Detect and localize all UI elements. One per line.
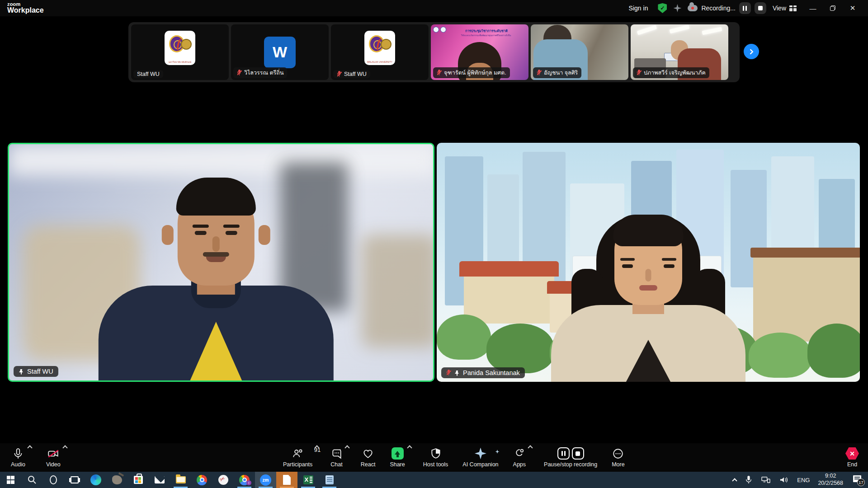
pause-stop-recording-button[interactable]: Pause/stop recording	[541, 443, 600, 472]
edge-button[interactable]	[85, 472, 106, 488]
mic-muted-icon	[446, 370, 451, 376]
notepad-button[interactable]	[319, 472, 340, 488]
search-icon	[27, 475, 37, 485]
participant-thumbnail-4[interactable]: การประชุมวิชาการระดับชาติ วิจัยและนวัตกร…	[431, 24, 528, 80]
walailak-university-logo: WALAILAK UNIVERSITY	[364, 31, 395, 65]
chevron-right-icon	[748, 49, 754, 55]
participant-thumbnail-2[interactable]: W วิไลวรรณ ตรีถิ่น	[231, 24, 329, 80]
task-view-icon	[71, 476, 79, 483]
gimp-button[interactable]	[106, 472, 127, 488]
avatar-letter: W	[264, 37, 296, 68]
conference-logos	[433, 27, 446, 33]
security-shield-icon[interactable]: ✓	[658, 3, 667, 13]
participant-thumbnail-3[interactable]: WALAILAK UNIVERSITY Staff WU	[331, 24, 429, 80]
cortana-button[interactable]	[42, 472, 64, 488]
file-explorer-button[interactable]	[170, 472, 191, 488]
chrome-profile-button[interactable]: i	[234, 472, 255, 488]
excel-button[interactable]	[297, 472, 319, 488]
chrome-icon	[197, 475, 207, 485]
pin-icon	[454, 370, 460, 376]
search-button[interactable]	[21, 472, 42, 488]
host-tools-shield-icon	[430, 448, 442, 460]
host-tools-button[interactable]: Host tools	[420, 443, 451, 472]
edge-icon	[90, 474, 101, 485]
more-button[interactable]: More	[609, 443, 627, 472]
zoom-app-icon: zm	[260, 474, 271, 486]
audio-button[interactable]: Audio	[8, 443, 28, 472]
tray-microphone[interactable]	[741, 472, 756, 488]
speaker-icon	[779, 476, 789, 484]
chat-bubble-icon	[331, 448, 343, 460]
view-label: View	[773, 5, 786, 12]
participant-thumbnail-5[interactable]: อัญชนา จุลศิริ	[531, 24, 628, 80]
participant-filmstrip: มหาวิทยาลัยวลัยลักษณ์ Staff WU W วิไลวรร…	[128, 22, 740, 82]
apps-options-chevron[interactable]	[528, 445, 533, 450]
participant-thumbnail-1[interactable]: มหาวิทยาลัยวลัยลักษณ์ Staff WU	[131, 24, 229, 80]
ai-sparkle-icon[interactable]	[673, 4, 681, 12]
tray-volume[interactable]	[776, 472, 792, 488]
conference-title: การประชุมวิชาการระดับชาติ	[446, 28, 527, 33]
audio-options-chevron[interactable]	[27, 445, 32, 450]
mail-icon	[155, 476, 165, 483]
logo-workplace-text: Workplace	[7, 7, 44, 14]
minimize-button[interactable]: —	[803, 0, 823, 16]
close-button[interactable]: ✕	[843, 0, 863, 16]
chat-button[interactable]: Chat	[328, 443, 345, 472]
snipping-tool-icon	[218, 475, 228, 485]
chat-options-chevron[interactable]	[344, 445, 349, 450]
main-video-tile-active-speaker[interactable]: Staff WU	[8, 143, 434, 382]
tray-clock[interactable]: 9:02 20/2/2568	[815, 472, 846, 488]
participants-icon	[292, 448, 304, 460]
pause-recording-icon[interactable]	[557, 447, 570, 460]
participant-name-label: ปภาพสวีร์ เจริญพัฒนาภัค	[633, 67, 709, 78]
video-options-chevron[interactable]	[62, 445, 67, 450]
document-app-button[interactable]	[276, 472, 297, 488]
zoom-app-button[interactable]: zm	[255, 472, 276, 488]
system-tray: ENG 9:02 20/2/2568 17	[730, 472, 868, 488]
folder-icon	[176, 476, 186, 483]
store-button[interactable]	[127, 472, 149, 488]
gimp-icon	[112, 475, 122, 484]
tray-network[interactable]	[758, 472, 774, 488]
share-options-chevron[interactable]	[407, 445, 412, 450]
apps-button[interactable]: Apps	[510, 443, 529, 472]
chrome-button[interactable]	[191, 472, 212, 488]
video-button[interactable]: Video	[43, 443, 63, 472]
tray-date: 20/2/2568	[818, 480, 843, 487]
share-button[interactable]: Share	[387, 443, 407, 472]
participant-name-label: Staff WU	[333, 70, 370, 78]
tray-microphone-icon	[745, 475, 753, 484]
participant-thumbnail-6[interactable]: ปภาพสวีร์ เจริญพัฒนาภัค	[631, 24, 728, 80]
document-icon	[283, 475, 291, 485]
task-view-button[interactable]	[64, 472, 85, 488]
ai-companion-button[interactable]: AI Companion	[460, 443, 501, 472]
notepad-icon	[326, 475, 334, 484]
react-button[interactable]: React	[358, 443, 378, 472]
profile-badge: i	[246, 480, 251, 485]
tray-language[interactable]: ENG	[794, 472, 813, 488]
maximize-button[interactable]	[823, 0, 843, 16]
view-button[interactable]: View	[773, 5, 797, 12]
mic-muted-icon	[537, 70, 542, 76]
pinned-participant-name-label: Panida Sakuntanak	[441, 367, 525, 378]
stop-recording-button[interactable]	[755, 2, 766, 14]
mail-button[interactable]	[149, 472, 170, 488]
heart-icon	[362, 448, 374, 460]
tray-expand-button[interactable]	[730, 472, 740, 488]
stop-recording-icon[interactable]	[572, 447, 584, 460]
snipping-tool-button[interactable]	[212, 472, 234, 488]
participants-button[interactable]: 91 Participants	[280, 443, 315, 472]
speaker-video	[90, 191, 343, 380]
mic-muted-icon	[437, 70, 442, 76]
zoom-workplace-logo: zoom Workplace	[7, 2, 44, 14]
start-button[interactable]	[0, 472, 21, 488]
end-meeting-button[interactable]: ✕ End	[843, 443, 862, 472]
store-icon	[134, 476, 143, 484]
pause-recording-button[interactable]	[739, 2, 751, 14]
action-center-button[interactable]: 17	[848, 472, 865, 488]
main-video-tile-pinned[interactable]: Panida Sakuntanak	[437, 143, 860, 382]
next-participants-button[interactable]	[744, 44, 759, 59]
sign-in-button[interactable]: Sign in	[625, 3, 652, 14]
participant-name-label: Staff WU	[133, 70, 163, 78]
windows-logo-icon	[7, 476, 15, 484]
